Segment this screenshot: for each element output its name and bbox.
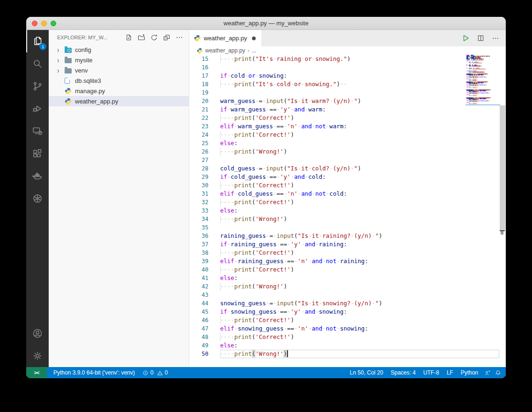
eol-setting[interactable]: LF	[443, 367, 457, 378]
code-line-39[interactable]: 39elif·raining_guess·==·'n'·and·not·rain…	[189, 257, 499, 265]
code-line-49[interactable]: 49else:	[189, 341, 499, 350]
collapse-folders-icon	[163, 34, 170, 41]
refresh-explorer-icon	[150, 34, 158, 41]
run-python-file-button[interactable]	[462, 34, 470, 42]
minimap-row	[466, 88, 478, 88]
activity-accounts[interactable]	[26, 322, 49, 345]
activity-docker[interactable]	[26, 165, 49, 187]
vertical-scrollbar[interactable]	[499, 55, 506, 367]
activity-remote-explorer[interactable]	[26, 120, 49, 142]
code-line-18[interactable]: 18····print("It's·cold·or·snowing.")··	[189, 80, 499, 88]
code-line-29[interactable]: 29if·cold_guess·==·'y'·and·cold:	[189, 173, 499, 181]
code-line-23[interactable]: 23elif·warm_guess·==·'n'·and·not·warm:	[189, 122, 499, 131]
line-content: ····print('Correct!')	[220, 131, 499, 139]
activity-search[interactable]	[26, 52, 49, 75]
code-line-42[interactable]: 42····print('Wrong!')	[189, 282, 499, 291]
more-actions-button[interactable]	[175, 33, 184, 42]
code-line-38[interactable]: 38····print('Correct!')	[189, 249, 499, 257]
line-content: else:	[220, 341, 499, 350]
code-line-40[interactable]: 40····print('Correct!')	[189, 265, 499, 274]
code-line-24[interactable]: 24····print('Correct!')	[189, 131, 499, 139]
notifications-button[interactable]	[493, 367, 506, 378]
code-line-28[interactable]: 28cold_guess·=·input("Is·it·cold?·(y/n)·…	[189, 164, 499, 173]
indentation-setting[interactable]: Spaces: 4	[387, 367, 419, 378]
tree-item-weather-app-py[interactable]: weather_app.py	[49, 96, 189, 106]
code-editor[interactable]: 15····print("It's·raining·or·snowing.")1…	[189, 55, 506, 367]
title-bar[interactable]: weather_app.py — my_website	[26, 17, 506, 30]
code-line-16[interactable]: 16	[189, 63, 499, 72]
chevron-right-icon[interactable]: ›	[57, 67, 65, 74]
line-number: 47	[189, 325, 220, 332]
refresh-explorer-button[interactable]	[149, 33, 159, 42]
code-line-37[interactable]: 37if·raining_guess·==·'y'·and·raining:	[189, 240, 499, 249]
code-line-27[interactable]: 27	[189, 156, 499, 164]
encoding-setting[interactable]: UTF-8	[420, 367, 443, 378]
feedback-button[interactable]	[482, 367, 493, 378]
code-line-32[interactable]: 32····print('Correct!')	[189, 198, 499, 206]
language-mode[interactable]: Python	[457, 367, 482, 378]
code-line-17[interactable]: 17if·cold·or·snowing:	[189, 72, 499, 80]
code-line-33[interactable]: 33else:	[189, 206, 499, 215]
tree-item-venv[interactable]: ›venv	[49, 65, 189, 75]
code-line-31[interactable]: 31elif·cold_guess·==·'n'·and·not·cold:	[189, 190, 499, 198]
cursor-position[interactable]: Ln 50, Col 20	[346, 367, 387, 378]
activity-extensions[interactable]	[26, 142, 49, 165]
source-control-icon	[32, 81, 43, 92]
tree-item-db-sqlite3[interactable]: db.sqlite3	[49, 75, 189, 86]
activity-kubernetes[interactable]	[26, 187, 49, 210]
code-line-46[interactable]: 46····print('Correct!')	[189, 316, 499, 324]
collapse-folders-button[interactable]	[162, 33, 171, 42]
activity-settings[interactable]	[26, 345, 49, 367]
unsaved-dot-icon[interactable]	[252, 37, 256, 40]
split-editor-button[interactable]	[477, 35, 484, 42]
code-line-19[interactable]: 19	[189, 88, 499, 97]
code-line-26[interactable]: 26····print('Wrong!')	[189, 147, 499, 156]
code-line-44[interactable]: 44snowing_guess·=·input("Is·it·snowing?·…	[189, 299, 499, 308]
line-number: 31	[189, 191, 220, 197]
scrollbar-thumb[interactable]	[500, 105, 505, 229]
code-line-48[interactable]: 48····print('Correct!')	[189, 333, 499, 341]
code-line-45[interactable]: 45if·snowing_guess·==·'y'·and·snowing:	[189, 308, 499, 316]
remote-indicator[interactable]: ><	[26, 367, 47, 378]
tree-item-mysite[interactable]: ›mysite	[49, 55, 189, 65]
activity-run-debug[interactable]	[26, 97, 49, 120]
line-content: snowing_guess·=·input("Is·it·snowing?·(y…	[220, 299, 499, 308]
chevron-right-icon[interactable]: ›	[57, 57, 65, 64]
code-line-36[interactable]: 36raining_guess·=·input("Is·it·raining?·…	[189, 232, 499, 240]
code-line-41[interactable]: 41else:	[189, 274, 499, 282]
line-content: warm_guess·=·input("Is·it·warm?·(y/n)·")	[220, 97, 499, 105]
python-interpreter[interactable]: Python 3.9.0 64-bit ('venv': venv)	[50, 367, 139, 378]
new-folder-button[interactable]	[137, 33, 146, 42]
line-content: else:	[220, 274, 499, 282]
code-line-30[interactable]: 30····print('Correct!')	[189, 181, 499, 190]
code-line-50[interactable]: 50····print('Wrong!')	[189, 350, 499, 358]
tree-item-config[interactable]: ›config	[49, 44, 189, 55]
line-content: ····print('Correct!')	[220, 114, 499, 122]
code-line-43[interactable]: 43	[189, 291, 499, 299]
code-line-47[interactable]: 47elif·snowing_guess·==·'n'·and·not·snow…	[189, 324, 499, 333]
problems-indicator[interactable]: 0 0	[139, 367, 171, 378]
chevron-right-icon[interactable]: ›	[57, 46, 65, 53]
line-number: 50	[189, 351, 220, 357]
more-actions-button[interactable]	[492, 35, 499, 42]
line-content: elif·cold_guess·==·'n'·and·not·cold:	[220, 190, 499, 198]
minimize-button[interactable]	[41, 21, 47, 26]
code-line-35[interactable]: 35	[189, 223, 499, 232]
code-line-25[interactable]: 25else:	[189, 139, 499, 147]
breadcrumb-file[interactable]: weather_app.py	[205, 47, 245, 54]
tree-item-manage-py[interactable]: manage.py	[49, 86, 189, 96]
code-line-20[interactable]: 20warm_guess·=·input("Is·it·warm?·(y/n)·…	[189, 97, 499, 105]
minimap[interactable]	[466, 55, 499, 106]
zoom-button[interactable]	[51, 21, 56, 26]
code-line-15[interactable]: 15····print("It's·raining·or·snowing.")	[189, 55, 499, 63]
activity-explorer[interactable]: 1	[26, 30, 49, 52]
activity-source-control[interactable]	[26, 75, 49, 97]
close-button[interactable]	[32, 21, 37, 26]
code-line-22[interactable]: 22····print('Correct!')	[189, 114, 499, 122]
tab-weather-app[interactable]: weather_app.py	[189, 30, 261, 46]
new-file-button[interactable]	[124, 33, 133, 42]
code-line-34[interactable]: 34····print('Wrong!')	[189, 215, 499, 223]
breadcrumb-symbol[interactable]: ...	[251, 47, 256, 54]
breadcrumb: weather_app.py › ...	[189, 46, 506, 55]
code-line-21[interactable]: 21if·warm_guess·==·'y'·and·warm:	[189, 105, 499, 114]
